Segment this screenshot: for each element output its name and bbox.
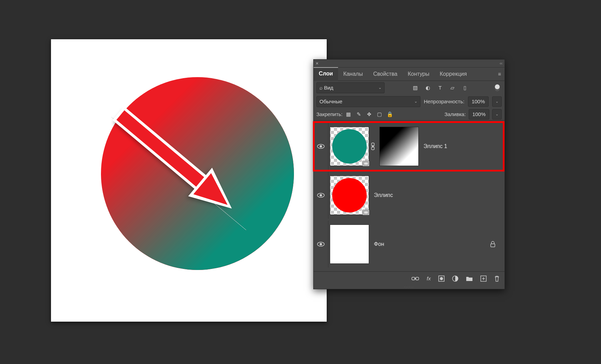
close-icon[interactable]: × [316,61,318,66]
visibility-toggle[interactable] [314,172,328,219]
delete-layer-icon[interactable] [494,275,500,282]
tab-layers[interactable]: Слои [314,67,338,81]
svg-rect-18 [414,278,416,279]
layer-name[interactable]: Эллипс 1 [420,143,502,149]
tab-properties[interactable]: Свойства [368,67,403,81]
layer-row[interactable]: Эллипс 1 [314,122,504,171]
fill-label: Заливка: [445,111,466,117]
chevron-down-icon: ⌄ [414,99,417,104]
layer-name[interactable]: Фон [370,241,489,247]
new-layer-icon[interactable] [480,275,487,282]
tab-paths[interactable]: Контуры [403,67,435,81]
tab-channels[interactable]: Каналы [338,67,368,81]
fill-stepper[interactable]: ⌄ [492,109,502,119]
eye-icon [317,144,325,149]
svg-rect-3 [116,110,210,191]
layer-thumbnail[interactable] [330,127,369,166]
filter-smart-icon[interactable]: ▯ [462,85,468,91]
filter-adjust-icon[interactable]: ◐ [425,85,431,91]
layer-fx-icon[interactable]: fx [427,275,431,281]
new-adjustment-icon[interactable] [452,275,458,282]
lock-transparent-icon[interactable]: ▦ [345,111,352,117]
artwork: ＋ [51,39,327,322]
layer-list: Эллипс 1 Эллипс Фон [314,121,505,271]
mask-link-icon[interactable] [370,143,378,150]
lock-artboard-icon[interactable]: ▢ [376,111,383,117]
eye-icon [317,241,325,247]
visibility-toggle[interactable] [314,221,328,268]
filter-row: ⌕ Вид ⌄ ▧ ◐ T ▱ ▯ [314,81,505,95]
document-canvas[interactable]: ＋ [51,39,327,322]
layer-row[interactable]: Фон [314,220,504,269]
opacity-stepper[interactable]: ⌄ [492,96,502,107]
layers-panel: × ‹‹ Слои Каналы Свойства Контуры Коррек… [313,59,505,289]
shape-badge-icon [363,161,369,166]
fill-field[interactable]: 100% [469,109,489,119]
resize-grip[interactable]: ······ [314,285,505,289]
panel-tabs: Слои Каналы Свойства Контуры Коррекция ≡ [314,67,505,81]
layer-mask-thumbnail[interactable] [379,127,419,166]
new-group-icon[interactable] [466,276,473,281]
svg-rect-15 [491,244,495,247]
lock-position-icon[interactable]: ✥ [366,111,372,117]
filter-shape-icon[interactable]: ▱ [449,85,456,91]
layer-row[interactable]: Эллипс [314,171,504,220]
lock-icon[interactable] [490,241,502,247]
link-layers-icon[interactable] [411,276,419,281]
svg-point-14 [320,243,322,245]
svg-point-12 [320,194,322,196]
svg-rect-10 [373,145,373,148]
layer-thumbnail[interactable] [330,225,369,264]
lock-pixels-icon[interactable]: ✎ [356,111,362,117]
lock-all-icon[interactable]: 🔒 [387,111,393,117]
blend-mode-select[interactable]: Обычные ⌄ [316,96,420,107]
panel-menu-icon[interactable]: ≡ [495,71,505,77]
panel-footer: fx [314,271,505,285]
svg-point-7 [320,145,322,147]
layer-thumbnail[interactable] [330,176,369,215]
tab-adjust[interactable]: Коррекция [435,67,472,81]
kind-filter-select[interactable]: ⌕ Вид ⌄ [316,82,385,93]
eye-icon [317,193,325,198]
filter-toggle[interactable] [495,84,500,89]
chevron-down-icon: ⌄ [378,85,381,90]
collapse-icon[interactable]: ‹‹ [500,61,502,66]
opacity-field[interactable]: 100% [468,96,489,107]
lock-row: Закрепить: ▦ ✎ ✥ ▢ 🔒 Заливка: 100% ⌄ [314,108,505,121]
kind-filter-label: Вид [324,85,333,91]
filter-type-icon[interactable]: T [437,85,443,91]
add-mask-icon[interactable] [438,275,445,282]
shape-badge-icon [363,210,369,215]
blend-mode-value: Обычные [319,98,342,104]
search-icon: ⌕ [319,85,323,91]
filter-pixel-icon[interactable]: ▧ [412,85,418,91]
layer-name[interactable]: Эллипс [370,192,502,198]
svg-point-20 [440,277,443,280]
opacity-label: Непрозрачность: [424,98,465,104]
lock-label: Закрепить: [316,111,343,117]
visibility-toggle[interactable] [314,123,328,170]
panel-header: × ‹‹ [314,60,505,67]
blend-row: Обычные ⌄ Непрозрачность: 100% ⌄ [314,95,505,108]
annotation-arrow [110,104,261,256]
